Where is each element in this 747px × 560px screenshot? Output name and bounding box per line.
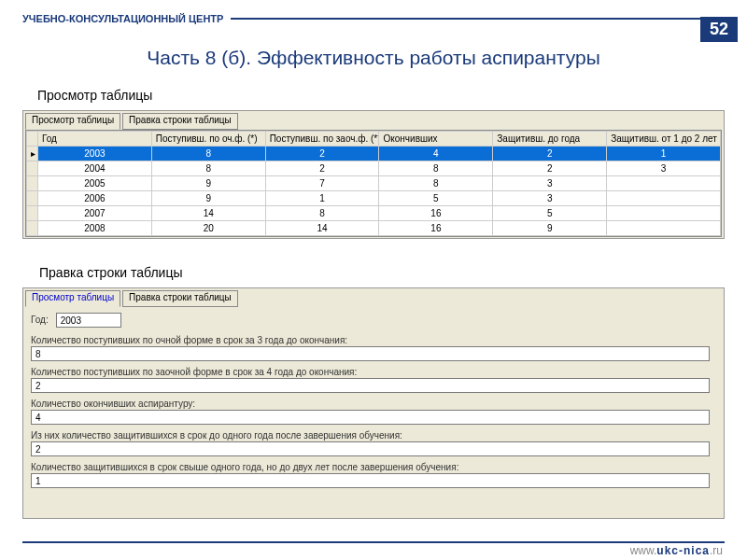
cell[interactable]: 2 [265, 161, 379, 176]
tab-edit[interactable]: Правка строки таблицы [122, 113, 238, 130]
cell[interactable]: 3 [607, 161, 721, 176]
section-edit-label: Правка строки таблицы [39, 265, 183, 280]
row-marker[interactable] [27, 176, 38, 191]
page-number: 52 [700, 17, 738, 42]
cell[interactable]: 9 [493, 221, 607, 236]
row-marker[interactable] [27, 191, 38, 206]
cell[interactable]: 1 [607, 147, 721, 161]
year-input[interactable] [56, 313, 121, 328]
table-row[interactable]: 20059783 [27, 176, 721, 191]
cell[interactable]: 14 [151, 206, 265, 221]
row-edit-panel: Просмотр таблицы Правка строки таблицы Г… [22, 287, 725, 519]
page-title: Часть 8 (б). Эффективность работы аспира… [0, 47, 747, 69]
table-row[interactable]: 200482823 [27, 161, 721, 176]
table-view-panel: Просмотр таблицы Правка строки таблицы Г… [22, 110, 725, 239]
cell[interactable]: 5 [379, 191, 493, 206]
col-c2[interactable]: Поступивш. по заоч.ф. (**) [265, 132, 379, 147]
cell[interactable]: 9 [151, 176, 265, 191]
header-row: Год Поступивш. по оч.ф. (*) Поступивш. п… [27, 132, 721, 147]
cell[interactable] [607, 206, 721, 221]
f1-input[interactable] [31, 346, 710, 361]
cell[interactable]: 2007 [38, 206, 152, 221]
tab-edit-2[interactable]: Правка строки таблицы [122, 290, 238, 307]
header-rule [231, 18, 725, 20]
cell[interactable]: 16 [379, 221, 493, 236]
table-row[interactable]: 20069153 [27, 191, 721, 206]
cell[interactable]: 16 [379, 206, 493, 221]
cell[interactable]: 2 [265, 147, 379, 161]
cell[interactable]: 2004 [38, 161, 152, 176]
row-marker[interactable] [27, 221, 38, 236]
cell[interactable]: 3 [493, 191, 607, 206]
f5-input[interactable] [31, 473, 710, 488]
cell[interactable]: 8 [151, 147, 265, 161]
cell[interactable]: 8 [379, 176, 493, 191]
tabs-bottom: Просмотр таблицы Правка строки таблицы [25, 290, 724, 307]
col-c1[interactable]: Поступивш. по оч.ф. (*) [151, 132, 265, 147]
f5-label: Количество защитившихся в срок свыше одн… [31, 462, 716, 472]
row-marker[interactable]: ▸ [27, 147, 38, 161]
cell[interactable] [607, 221, 721, 236]
cell[interactable] [607, 176, 721, 191]
f2-label: Количество поступивших по заочной форме … [31, 367, 716, 377]
f4-label: Из них количество защитившихся в срок до… [31, 430, 716, 441]
cell[interactable]: 3 [493, 176, 607, 191]
footer-rule [22, 541, 725, 543]
cell[interactable]: 2 [493, 161, 607, 176]
cell[interactable] [607, 191, 721, 206]
section-view-label: Просмотр таблицы [37, 88, 152, 103]
table-row[interactable]: 2007148165 [27, 206, 721, 221]
row-marker[interactable] [27, 161, 38, 176]
f3-input[interactable] [31, 410, 710, 425]
cell[interactable]: 1 [265, 191, 379, 206]
cell[interactable]: 5 [493, 206, 607, 221]
footer-url: www.ukc-nica.ru [630, 544, 723, 557]
col-c4[interactable]: Защитивш. до года [493, 132, 607, 147]
row-selector-header [27, 132, 38, 147]
cell[interactable]: 8 [265, 206, 379, 221]
cell[interactable]: 14 [265, 221, 379, 236]
f3-label: Количество окончивших аспирантуру: [31, 399, 716, 409]
cell[interactable]: 2005 [38, 176, 152, 191]
col-year[interactable]: Год [38, 132, 152, 147]
header: УЧЕБНО-КОНСУЛЬТАЦИОННЫЙ ЦЕНТР [22, 9, 725, 28]
cell[interactable]: 7 [265, 176, 379, 191]
cell[interactable]: 9 [151, 191, 265, 206]
cell[interactable]: 8 [379, 161, 493, 176]
f4-input[interactable] [31, 441, 710, 456]
tab-view[interactable]: Просмотр таблицы [25, 113, 120, 130]
col-c3[interactable]: Окончивших [379, 132, 493, 147]
col-c5[interactable]: Защитивш. от 1 до 2 лет [607, 132, 721, 147]
table-row[interactable]: ▸200382421 [27, 147, 721, 161]
cell[interactable]: 4 [379, 147, 493, 161]
org-name: УЧЕБНО-КОНСУЛЬТАЦИОННЫЙ ЦЕНТР [22, 13, 223, 24]
tab-view-2[interactable]: Просмотр таблицы [25, 290, 120, 307]
cell[interactable]: 2006 [38, 191, 152, 206]
data-grid[interactable]: Год Поступивш. по оч.ф. (*) Поступивш. п… [25, 130, 722, 237]
cell[interactable]: 2003 [38, 147, 152, 161]
year-label: Год: [31, 315, 49, 325]
cell[interactable]: 2008 [38, 221, 152, 236]
f1-label: Количество поступивших по очной форме в … [31, 335, 716, 345]
row-marker[interactable] [27, 206, 38, 221]
cell[interactable]: 2 [493, 147, 607, 161]
edit-form: Год: Количество поступивших по очной фор… [23, 307, 724, 499]
f2-input[interactable] [31, 378, 710, 393]
cell[interactable]: 8 [151, 161, 265, 176]
table-row[interactable]: 20082014169 [27, 221, 721, 236]
cell[interactable]: 20 [151, 221, 265, 236]
tabs-top: Просмотр таблицы Правка строки таблицы [25, 113, 724, 130]
